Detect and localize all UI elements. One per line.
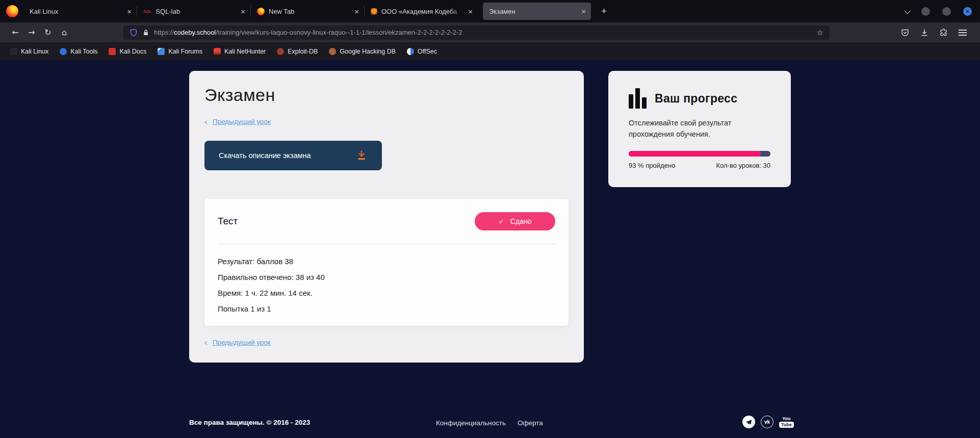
test-result-line: Время: 1 ч. 22 мин. 14 сек. [218,289,555,298]
progress-percent-label: 93 % пройдено [629,162,675,169]
test-result-line: Результат: баллов 38 [218,257,555,266]
page-footer: Все права защищены. © 2016 - 2023 Конфид… [0,417,980,438]
tab-ekzamen-active[interactable]: Экзамен × [483,3,591,20]
bar-chart-icon [629,88,647,109]
test-result-card: Тест ✓ Сдано Результат: баллов 38 Правил… [204,199,569,326]
bookmark-kali-tools[interactable]: Kali Tools [56,46,101,57]
bookmark-kali-forums[interactable]: Kali Forums [153,46,207,57]
youtube-icon[interactable]: You Tube [779,417,794,428]
privacy-link[interactable]: Конфиденциальность [436,419,506,427]
navigation-toolbar: ← → ↻ ⌂ https://codeby.school/training/v… [0,22,980,42]
tracking-protection-shield-icon[interactable] [130,29,138,37]
pocket-icon[interactable] [900,28,910,37]
home-button[interactable]: ⌂ [56,25,72,40]
kali-nethunter-favicon [214,48,221,55]
check-icon: ✓ [499,218,504,225]
tab-sql-lab[interactable]: SQL SQL-lab × [137,0,250,22]
codeby-favicon [371,8,377,15]
downloads-icon[interactable] [920,28,929,37]
test-result-line: Попытка 1 из 1 [218,304,555,314]
forward-button[interactable]: → [23,25,40,40]
divider [218,244,555,244]
bookmarks-toolbar: Kali Linux Kali Tools Kali Docs Kali For… [0,42,980,60]
bookmark-exploit-db[interactable]: Exploit-DB [273,46,322,57]
kali-tools-favicon [60,48,67,55]
chevron-left-icon: ‹ [204,338,208,347]
bookmark-offsec[interactable]: OffSec [403,46,441,57]
offer-link[interactable]: Оферта [518,419,543,427]
status-badge-passed[interactable]: ✓ Сдано [475,212,555,230]
reload-button[interactable]: ↻ [40,25,56,40]
tab-new-tab[interactable]: New Tab × [251,0,364,22]
exploit-db-favicon [277,48,284,55]
previous-lesson-link-bottom[interactable]: ‹ Предыдущий урок [204,338,271,347]
tab-kali-linux[interactable]: Kali Linux × [23,0,137,22]
tab-bar: Kali Linux × SQL SQL-lab × New Tab × ООО… [0,0,980,22]
url-text[interactable]: https://codeby.school/training/view/kurs… [154,29,462,36]
tab-title: Экзамен [489,8,578,15]
bookmark-kali-nethunter[interactable]: Kali NetHunter [210,46,270,57]
tab-title: ООО «Академия Кодеба [381,8,465,15]
copyright-text: Все права защищены. © 2016 - 2023 [189,419,310,426]
bookmark-kali-docs[interactable]: Kali Docs [105,46,150,57]
page-content: Экзамен ‹ Предыдущий урок Скачать описан… [0,60,980,438]
bookmark-kali-linux[interactable]: Kali Linux [6,46,53,57]
progress-card: Ваш прогресс Отслеживайте свой результат… [608,71,791,187]
close-icon[interactable]: × [468,8,473,15]
list-all-tabs-chevron-icon[interactable] [905,7,911,14]
firefox-favicon [257,8,265,15]
bookmark-google-hacking-db[interactable]: Google Hacking DB [325,46,400,57]
lessons-count-label: Кол-во уроков: 30 [716,162,770,169]
menu-hamburger-icon[interactable] [959,30,967,36]
previous-lesson-link-top[interactable]: ‹ Предыдущий урок [204,117,271,126]
kali-docs-favicon [109,48,116,55]
download-icon [355,149,368,163]
progress-title: Ваш прогресс [655,92,737,106]
close-icon[interactable]: × [241,8,245,15]
kali-forums-favicon [158,48,165,55]
progress-subtitle: Отслеживайте свой результат прохождения … [629,117,769,140]
exam-card: Экзамен ‹ Предыдущий урок Скачать описан… [189,71,584,363]
kali-linux-favicon [10,48,17,55]
new-tab-button[interactable]: + [601,6,607,17]
download-exam-description-button[interactable]: Скачать описание экзамна [204,141,382,170]
lock-icon[interactable] [142,29,149,36]
tab-title: Kali Linux [30,8,124,15]
url-bar[interactable]: https://codeby.school/training/view/kurs… [123,25,830,40]
window-minimize-button[interactable] [921,7,930,16]
google-hacking-db-favicon [329,48,336,55]
test-result-line: Правильно отвечено: 38 из 40 [218,273,555,282]
close-icon[interactable]: × [581,8,586,15]
offsec-favicon [407,48,414,55]
test-title: Тест [218,216,238,227]
window-maximize-button[interactable] [942,7,951,16]
tab-codeby-academy[interactable]: ООО «Академия Кодеба × [365,0,478,22]
vk-icon[interactable]: vk [761,416,773,428]
page-title: Экзамен [204,85,569,105]
tab-title: SQL-lab [156,8,238,15]
progress-bar [629,151,770,157]
telegram-icon[interactable] [742,416,755,428]
firefox-logo-icon [6,5,18,17]
back-button[interactable]: ← [7,25,23,40]
close-icon[interactable]: × [354,8,359,15]
sql-lab-favicon: SQL [143,9,151,14]
bookmark-star-icon[interactable]: ☆ [817,28,823,37]
window-close-button[interactable]: × [963,7,972,16]
progress-bar-fill [629,151,761,157]
extensions-puzzle-icon[interactable] [939,28,948,37]
tab-title: New Tab [269,8,351,15]
close-icon[interactable]: × [127,8,132,15]
chevron-left-icon: ‹ [204,117,208,126]
